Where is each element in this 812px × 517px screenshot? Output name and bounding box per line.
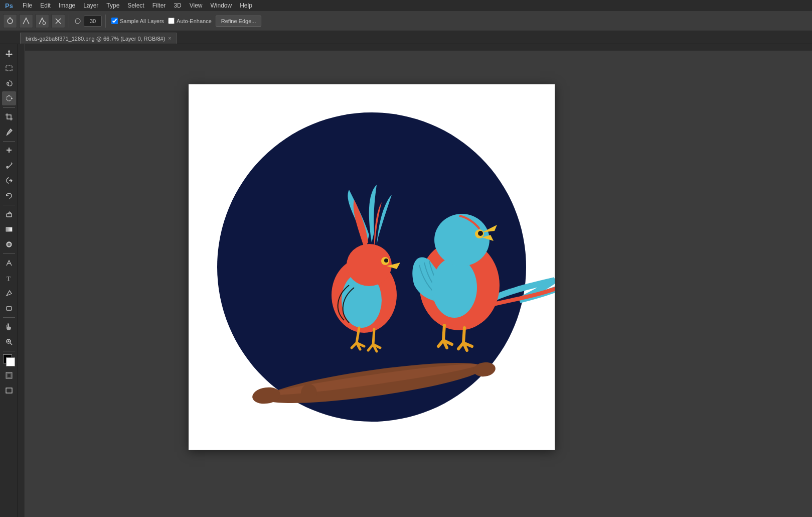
menu-type[interactable]: Type xyxy=(103,1,123,10)
bird-illustration xyxy=(189,84,555,450)
svg-point-2 xyxy=(43,22,46,25)
toolbar: Sample All Layers Auto-Enhance Refine Ed… xyxy=(0,11,812,31)
move-tool-btn[interactable] xyxy=(2,46,16,60)
svg-point-32 xyxy=(432,257,477,318)
menu-file[interactable]: File xyxy=(19,1,36,10)
clone-tool-btn[interactable] xyxy=(2,174,16,188)
color-swatches[interactable] xyxy=(2,353,16,367)
screen-mode-btn[interactable] xyxy=(2,383,16,398)
tool-icon-1[interactable] xyxy=(3,14,17,28)
shape-tool-btn[interactable] xyxy=(2,301,16,315)
menu-window[interactable]: Window xyxy=(207,1,236,10)
document-canvas[interactable] xyxy=(189,84,555,450)
healing-tool-btn[interactable] xyxy=(2,144,16,158)
svg-rect-18 xyxy=(6,388,12,393)
svg-point-25 xyxy=(301,384,317,402)
menu-help[interactable]: Help xyxy=(236,1,256,10)
left-tool-sep-2 xyxy=(3,141,15,142)
brush-size-group xyxy=(73,16,102,27)
lasso-tool-btn[interactable] xyxy=(2,76,16,90)
background-color[interactable] xyxy=(6,357,15,366)
menu-edit[interactable]: Edit xyxy=(37,1,54,10)
brush-size-icon xyxy=(73,16,83,26)
svg-point-30 xyxy=(384,258,388,263)
menu-filter[interactable]: Filter xyxy=(149,1,170,10)
history-tool-btn[interactable] xyxy=(2,189,16,203)
pen-tool-btn[interactable] xyxy=(2,256,16,270)
menu-select[interactable]: Select xyxy=(124,1,147,10)
sample-all-layers-checkbox[interactable] xyxy=(111,18,118,24)
ps-logo: Ps xyxy=(2,1,16,11)
brush-size-input[interactable] xyxy=(84,16,102,27)
eraser-tool-btn[interactable] xyxy=(2,207,16,221)
quick-select-tool-btn[interactable] xyxy=(2,91,16,105)
canvas-area xyxy=(18,44,812,517)
svg-point-33 xyxy=(434,214,490,266)
main-layout: T xyxy=(0,44,812,517)
svg-point-35 xyxy=(478,231,483,236)
left-tool-sep-5 xyxy=(3,317,15,318)
zoom-tool-btn[interactable] xyxy=(2,335,16,349)
refine-edge-button[interactable]: Refine Edge... xyxy=(216,16,262,27)
svg-rect-8 xyxy=(6,227,12,231)
blur-tool-btn[interactable] xyxy=(2,237,16,251)
sample-all-layers-label: Sample All Layers xyxy=(120,18,164,24)
tool-icon-4[interactable] xyxy=(51,14,65,28)
auto-enhance-group: Auto-Enhance xyxy=(168,18,212,24)
svg-text:T: T xyxy=(7,275,11,282)
toolbar-separator-2 xyxy=(105,15,106,28)
ruler-left xyxy=(18,44,25,517)
path-select-tool-btn[interactable] xyxy=(2,286,16,300)
document-tab[interactable]: birds-ga2ba6f371_1280.png @ 66.7% (Layer… xyxy=(20,33,177,44)
svg-point-0 xyxy=(8,19,13,24)
menu-layer[interactable]: Layer xyxy=(80,1,102,10)
auto-enhance-checkbox[interactable] xyxy=(168,18,175,24)
svg-rect-7 xyxy=(7,214,12,217)
brush-tool-btn[interactable] xyxy=(2,159,16,173)
tool-icon-3[interactable] xyxy=(35,14,49,28)
menu-view[interactable]: View xyxy=(186,1,206,10)
auto-enhance-label: Auto-Enhance xyxy=(177,18,212,24)
doc-tab-title: birds-ga2ba6f371_1280.png @ 66.7% (Layer… xyxy=(26,36,165,42)
svg-point-6 xyxy=(7,96,12,101)
type-tool-btn[interactable]: T xyxy=(2,271,16,285)
tab-bar: birds-ga2ba6f371_1280.png @ 66.7% (Layer… xyxy=(0,31,812,44)
marquee-tool-btn[interactable] xyxy=(2,61,16,75)
gradient-tool-btn[interactable] xyxy=(2,222,16,236)
svg-marker-4 xyxy=(6,50,13,57)
quick-mask-btn[interactable] xyxy=(2,368,16,382)
left-tools-panel: T xyxy=(0,44,18,517)
svg-rect-17 xyxy=(8,374,11,377)
ruler-top xyxy=(25,44,812,51)
left-tool-sep-1 xyxy=(3,107,15,108)
svg-line-13 xyxy=(10,343,12,345)
menu-image[interactable]: Image xyxy=(55,1,79,10)
menu-3d[interactable]: 3D xyxy=(170,1,185,10)
hand-tool-btn[interactable] xyxy=(2,320,16,334)
svg-rect-5 xyxy=(6,66,12,71)
menu-bar: Ps File Edit Image Layer Type Select Fil… xyxy=(0,0,812,11)
tool-icon-2[interactable] xyxy=(19,14,33,28)
svg-point-3 xyxy=(75,19,80,24)
crop-tool-btn[interactable] xyxy=(2,110,16,124)
sample-all-layers-group: Sample All Layers xyxy=(111,18,164,24)
svg-rect-11 xyxy=(7,307,12,310)
eyedropper-tool-btn[interactable] xyxy=(2,125,16,139)
left-tool-sep-4 xyxy=(3,253,15,254)
left-tool-sep-3 xyxy=(3,205,15,205)
svg-point-28 xyxy=(347,244,392,286)
left-tool-sep-6 xyxy=(3,351,15,351)
toolbar-separator-1 xyxy=(69,15,69,28)
close-tab-button[interactable]: × xyxy=(168,36,171,41)
